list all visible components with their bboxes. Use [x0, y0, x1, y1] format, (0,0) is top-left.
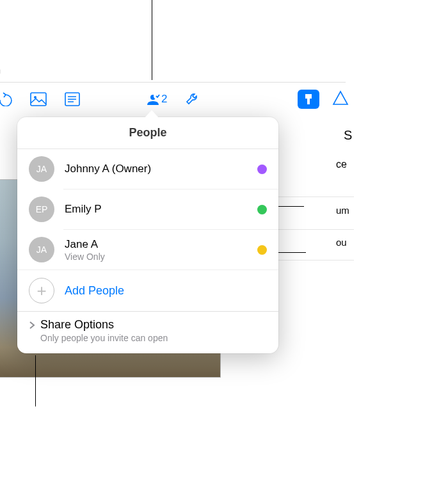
sidebar-divider	[277, 197, 354, 197]
shape-icon[interactable]	[332, 90, 349, 108]
format-brush-button[interactable]	[298, 90, 319, 109]
image-icon[interactable]	[30, 92, 47, 106]
toolbar: 2	[0, 85, 346, 113]
callout-line	[35, 355, 36, 406]
sidebar-divider	[277, 260, 354, 261]
share-options-title: Share Options	[40, 318, 168, 332]
sidebar-partial-um: um	[336, 205, 349, 216]
person-permission: View Only	[65, 252, 257, 262]
person-name: Johnny A (Owner)	[65, 163, 257, 175]
presence-dot	[257, 245, 267, 255]
add-people-button[interactable]: + Add People	[17, 269, 278, 311]
collaboration-icon[interactable]: 2	[146, 92, 167, 106]
sidebar-partial-ce: ce	[336, 159, 347, 170]
person-row[interactable]: EP Emily P	[17, 189, 278, 229]
svg-rect-0	[31, 93, 46, 106]
popover-title: People	[17, 117, 278, 149]
wrench-icon[interactable]	[185, 92, 200, 107]
person-name: Jane A	[65, 238, 257, 251]
sidebar-partial-s: S	[344, 128, 352, 143]
person-row[interactable]: JA Jane A View Only	[17, 230, 278, 269]
plus-icon: +	[29, 278, 54, 303]
avatar: EP	[29, 197, 54, 222]
callout-line	[152, 0, 152, 80]
presence-dot	[257, 205, 267, 214]
avatar: JA	[29, 237, 54, 262]
share-options-button[interactable]: Share Options Only people you invite can…	[17, 311, 278, 353]
topbar-divider	[0, 82, 346, 83]
avatar: JA	[29, 156, 54, 182]
chevron-right-icon	[29, 321, 35, 332]
person-name: Emily P	[65, 203, 257, 216]
share-options-subtitle: Only people you invite can open	[40, 333, 168, 343]
add-people-label: Add People	[65, 284, 124, 298]
person-row-owner[interactable]: JA Johnny A (Owner)	[17, 149, 278, 189]
comment-icon[interactable]	[65, 92, 80, 106]
collab-count: 2	[161, 93, 167, 106]
presence-dot	[257, 165, 267, 174]
people-popover: People JA Johnny A (Owner) EP Emily P JA…	[17, 117, 278, 353]
sidebar-partial-ou: ou	[336, 237, 347, 248]
undo-icon[interactable]	[0, 92, 12, 106]
doc-title-partial: ition	[0, 64, 1, 77]
sidebar-divider	[277, 229, 354, 230]
